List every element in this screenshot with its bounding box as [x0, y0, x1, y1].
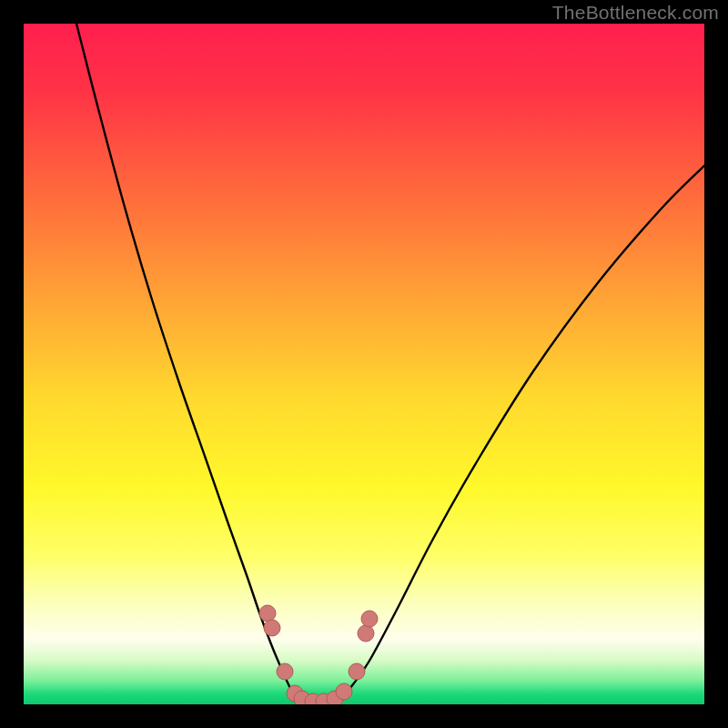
marker-right-lower — [349, 663, 365, 680]
marker-right-upper-1 — [358, 625, 374, 642]
marker-right-upper-2 — [361, 611, 378, 627]
marker-valley-right-2 — [336, 683, 352, 700]
bottleneck-curve — [76, 24, 704, 703]
curve-layer — [24, 24, 704, 704]
marker-left-upper-2 — [264, 620, 280, 636]
marker-left-upper-1 — [259, 605, 276, 622]
curve-markers — [259, 605, 378, 704]
outer-frame: TheBottleneck.com — [0, 0, 728, 728]
marker-left-lower — [277, 663, 293, 680]
plot-area — [24, 24, 704, 704]
watermark-text: TheBottleneck.com — [552, 2, 719, 24]
